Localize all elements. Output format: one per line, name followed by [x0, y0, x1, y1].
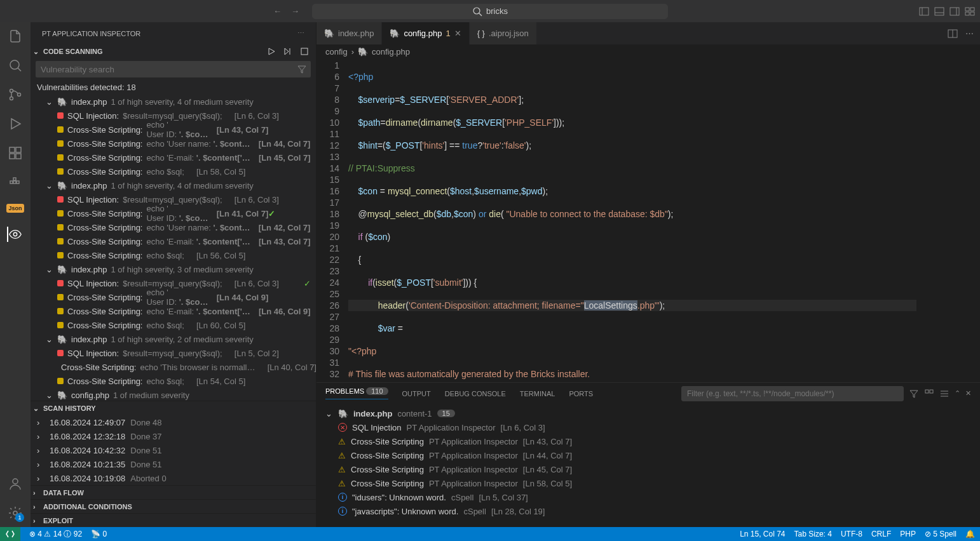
file-group[interactable]: ⌄🐘index.php 1 of high severity, 4 of med… [31, 178, 316, 192]
additional-conditions-section[interactable]: ›ADDITIONAL CONDITIONS [31, 499, 316, 513]
exploit-section[interactable]: ›EXPLOIT [31, 513, 316, 527]
vulnerability-item[interactable]: Cross-Site Scripting: echo 'User ID: '. … [31, 123, 316, 137]
scan-history-item[interactable]: ›16.08.2024 10:21:35 Done 51 [31, 457, 316, 471]
json-icon[interactable]: Json [6, 204, 24, 213]
status-eol[interactable]: CRLF [871, 530, 891, 538]
vulnerability-item[interactable]: Cross-Site Scripting: echo $sql; [Ln 58,… [31, 164, 316, 178]
vulnerability-item[interactable]: Cross-Site Scripting: echo 'User name: '… [31, 137, 316, 150]
vulnerability-item[interactable]: Cross-Site Scripting: echo 'User ID: '. … [31, 290, 316, 304]
activity-bar: Json 1 [0, 22, 31, 527]
severity-icon [57, 168, 64, 175]
data-flow-section[interactable]: ›DATA FLOW [31, 485, 316, 499]
problems-list: ⌄ 🐘 index.php content-1 15 ✕SQL Injectio… [316, 404, 980, 527]
scan-history-item[interactable]: ›16.08.2024 12:49:07 Done 48 [31, 415, 316, 429]
collapse-icon[interactable] [924, 389, 934, 399]
split-icon[interactable] [948, 29, 958, 39]
problem-item[interactable]: ⚠Cross-Site Scripting PT Application Ins… [316, 434, 980, 448]
status-spell[interactable]: ⊘ 5 Spell [925, 530, 956, 538]
file-group[interactable]: ⌄🐘index.php 1 of high severity, 4 of med… [31, 95, 316, 109]
close-icon[interactable]: ✕ [965, 389, 971, 397]
remote-indicator[interactable] [0, 527, 20, 541]
tab-ports[interactable]: PORTS [569, 390, 593, 397]
step-icon[interactable] [283, 46, 293, 57]
status-tabsize[interactable]: Tab Size: 4 [794, 530, 832, 538]
code-editor[interactable]: 1678910111213141516171819202122232425262… [316, 58, 980, 382]
problem-item[interactable]: i"javascripts": Unknown word. cSpell [Ln… [316, 504, 980, 518]
vulnerability-item[interactable]: Cross-Site Scripting: echo 'This browser… [31, 360, 316, 374]
list-icon[interactable] [939, 389, 949, 399]
status-position[interactable]: Ln 15, Col 74 [740, 530, 785, 538]
editor-tab[interactable]: 🐘config.php 1 ✕ [382, 22, 469, 44]
tab-terminal[interactable]: TERMINAL [520, 390, 555, 397]
problems-file-row[interactable]: ⌄ 🐘 index.php content-1 15 [316, 406, 980, 420]
svg-rect-18 [10, 147, 15, 152]
more-icon[interactable]: ⋯ [297, 29, 304, 37]
scm-icon[interactable] [8, 87, 23, 102]
filter-icon[interactable] [297, 64, 307, 74]
vulnerability-search-input[interactable] [36, 61, 311, 77]
account-icon[interactable] [8, 476, 23, 491]
vulnerability-item[interactable]: Cross-Site Scripting: echo 'E-mail: '. $… [31, 304, 316, 318]
php-icon: 🐘 [57, 265, 67, 274]
vulnerability-item[interactable]: Cross-Site Scripting: echo 'E-mail: '. $… [31, 150, 316, 164]
vulnerability-item[interactable]: Cross-Site Scripting: echo 'User ID: '. … [31, 206, 316, 220]
filter-icon[interactable] [909, 389, 919, 399]
file-group[interactable]: ⌄🐘index.php 1 of high severity, 2 of med… [31, 332, 316, 346]
docker-icon[interactable] [8, 175, 23, 190]
command-center[interactable]: bricks [312, 4, 668, 19]
debug-icon[interactable] [8, 116, 23, 131]
tab-output[interactable]: OUTPUT [402, 390, 431, 397]
minimap[interactable] [916, 58, 980, 382]
php-icon: 🐘 [324, 29, 334, 38]
editor-tab[interactable]: { }.aiproj.json [470, 22, 537, 44]
breadcrumb[interactable]: config › 🐘 config.php [316, 44, 980, 58]
vulnerability-item[interactable]: SQL Injection: $result=mysql_query($sql)… [31, 346, 316, 360]
problem-item[interactable]: ⚠Cross-Site Scripting PT Application Ins… [316, 476, 980, 490]
problem-item[interactable]: ⚠Cross-Site Scripting PT Application Ins… [316, 462, 980, 476]
file-group[interactable]: ⌄🐘config.php 1 of medium severity [31, 388, 316, 401]
layout-grid-icon[interactable] [965, 6, 975, 17]
vulnerability-item[interactable]: Cross-Site Scripting: echo $sql; [Ln 60,… [31, 318, 316, 332]
severity-icon [57, 378, 64, 384]
forward-icon[interactable]: → [291, 6, 299, 16]
scan-history-item[interactable]: ›16.08.2024 12:32:18 Done 37 [31, 429, 316, 443]
editor-tab[interactable]: 🐘index.php [316, 22, 382, 44]
code-scanning-section[interactable]: ⌄CODE SCANNING [31, 44, 316, 58]
explorer-icon[interactable] [8, 29, 23, 44]
search-activity-icon[interactable] [8, 58, 23, 73]
editor-area: 🐘index.php🐘config.php 1 ✕{ }.aiproj.json… [316, 22, 980, 527]
inspector-icon[interactable] [7, 227, 22, 242]
vulnerability-item[interactable]: Cross-Site Scripting: echo $sql; [Ln 56,… [31, 248, 316, 262]
file-group[interactable]: ⌄🐘index.php 1 of high severity, 3 of med… [31, 262, 316, 276]
chevron-up-icon[interactable]: ⌃ [955, 389, 960, 397]
status-bell-icon[interactable]: 🔔 [965, 530, 975, 538]
vulnerability-item[interactable]: Cross-Site Scripting: echo $sql; [Ln 54,… [31, 374, 316, 388]
stop-icon[interactable] [299, 46, 310, 57]
status-ports[interactable]: 📡 0 [91, 530, 107, 538]
status-language[interactable]: PHP [900, 530, 916, 538]
layout-sidebar-right-icon[interactable] [949, 6, 960, 17]
extensions-icon[interactable] [8, 145, 23, 161]
settings-button[interactable]: 1 [8, 505, 23, 521]
scan-history-section[interactable]: ⌄SCAN HISTORY [31, 401, 316, 415]
layout-panel-icon[interactable] [934, 6, 944, 17]
scan-history-item[interactable]: ›16.08.2024 10:19:08 Aborted 0 [31, 471, 316, 485]
play-icon[interactable] [266, 46, 276, 57]
vulnerability-item[interactable]: Cross-Site Scripting: echo 'User name: '… [31, 220, 316, 234]
vulnerability-item[interactable]: Cross-Site Scripting: echo 'E-mail: '. $… [31, 234, 316, 248]
status-encoding[interactable]: UTF-8 [841, 530, 862, 538]
tab-bar: 🐘index.php🐘config.php 1 ✕{ }.aiproj.json… [316, 22, 980, 44]
more-icon[interactable]: ⋯ [965, 29, 974, 38]
tab-problems[interactable]: PROBLEMS 110 [325, 387, 388, 399]
close-icon[interactable]: ✕ [454, 29, 461, 38]
scan-history-item[interactable]: ›16.08.2024 10:42:32 Done 51 [31, 443, 316, 457]
problems-filter-input[interactable] [681, 386, 904, 401]
code-content[interactable]: <?php $serverip=$_SERVER['SERVER_ADDR'];… [348, 58, 916, 382]
status-errors[interactable]: ⊗ 4 ⚠ 14 ⓘ 92 [29, 529, 82, 540]
problem-item[interactable]: ✕SQL Injection PT Application Inspector … [316, 420, 980, 434]
problem-item[interactable]: ⚠Cross-Site Scripting PT Application Ins… [316, 448, 980, 462]
problem-item[interactable]: i"idusers": Unknown word. cSpell [Ln 5, … [316, 490, 980, 504]
tab-debug[interactable]: DEBUG CONSOLE [445, 390, 506, 397]
layout-sidebar-icon[interactable] [919, 6, 929, 17]
back-icon[interactable]: ← [273, 6, 282, 16]
